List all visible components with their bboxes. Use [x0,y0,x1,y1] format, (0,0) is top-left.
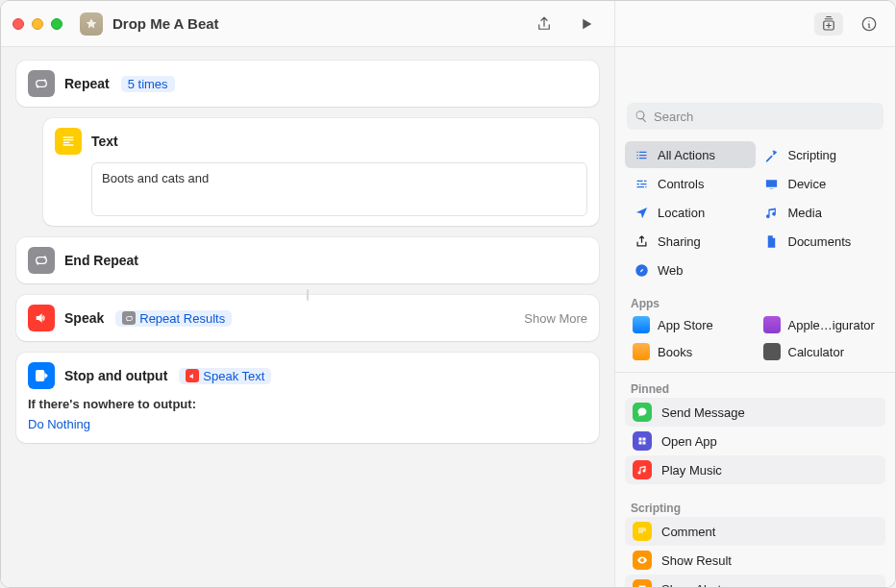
text-input-field[interactable]: Boots and cats and [91,162,587,216]
text-icon [633,522,652,541]
music-icon [763,204,781,221]
doc-icon [763,233,781,250]
repeat-mini-icon [122,311,136,325]
share-button[interactable] [532,12,557,37]
category-grid: All ActionsScriptingControlsDeviceLocati… [615,139,895,291]
category-label: Location [658,206,705,220]
app-label: Books [658,345,692,359]
token-label: Speak Text [203,369,264,383]
category-sharing[interactable]: Sharing [625,228,756,255]
minimize-button[interactable] [32,18,43,30]
search-placeholder: Search [654,110,693,124]
app-icon [633,316,650,333]
repeat-icon [28,247,55,274]
category-label: Sharing [658,234,701,249]
search-icon [635,110,648,123]
sliders-icon [633,175,650,192]
output-icon [28,362,55,389]
action-label: Show Result [661,553,732,568]
shortcut-app-icon [80,12,103,36]
action-title: End Repeat [64,253,138,268]
workflow-editor[interactable]: Repeat 5 times Text Boots and cats and [1,47,614,587]
wand-icon [763,146,781,163]
repeat-icon [28,70,55,97]
action-speak[interactable]: Speak Repeat Results Show More [16,295,599,341]
action-label: Play Music [661,463,722,478]
action-label: Open App [661,434,717,449]
category-label: Scripting [788,148,837,162]
app-icon [633,343,650,360]
library-toggle-button[interactable] [814,12,843,36]
action-item[interactable]: Show Result [625,546,885,575]
speak-variable-token[interactable]: Repeat Results [115,310,232,327]
fullscreen-button[interactable] [51,18,62,30]
fallback-question: If there's nowhere to output: [28,397,587,411]
list-icon [633,146,650,163]
safari-icon [633,261,650,279]
action-title: Repeat [64,76,110,91]
section-apps: Apps [615,291,895,312]
msg-icon [633,403,652,422]
app-item[interactable]: Apple…igurator [756,312,886,337]
pinned-list: Send MessageOpen AppPlay Music [615,398,895,496]
close-button[interactable] [12,18,24,30]
token-label: Repeat Results [139,311,225,326]
category-label: All Actions [658,148,715,162]
repeat-count-token[interactable]: 5 times [121,76,175,92]
action-end-repeat[interactable]: End Repeat [16,237,599,283]
scripting-list: CommentShow ResultShow AlertAsk for Inpu… [615,517,895,587]
library-toolbar [614,1,895,47]
action-library: Search All ActionsScriptingControlsDevic… [614,47,895,587]
run-button[interactable] [574,12,599,37]
category-label: Media [788,206,822,220]
category-controls[interactable]: Controls [625,170,756,197]
app-icon [633,431,652,451]
action-text[interactable]: Text Boots and cats and [43,118,599,226]
category-label: Device [788,177,827,191]
action-title: Text [91,134,118,149]
category-documents[interactable]: Documents [756,228,886,255]
app-label: App Store [658,318,713,332]
section-pinned: Pinned [615,377,895,398]
action-stop-output[interactable]: Stop and output Speak Text If there's no… [16,353,599,443]
app-item[interactable]: Calculator [756,339,886,364]
category-label: Controls [658,177,704,191]
action-item[interactable]: Play Music [625,455,885,484]
search-field[interactable]: Search [627,103,884,130]
action-label: Send Message [661,405,745,420]
action-label: Comment [661,525,715,539]
category-scripting[interactable]: Scripting [756,141,886,168]
action-title: Stop and output [64,368,167,383]
app-icon [763,316,781,333]
app-item[interactable]: App Store [625,312,756,337]
fallback-choice[interactable]: Do Nothing [28,415,90,433]
speaker-icon [28,305,55,331]
output-variable-token[interactable]: Speak Text [179,368,271,384]
category-location[interactable]: Location [625,199,756,226]
apps-grid: App StoreApple…iguratorBooksCalculator [615,312,895,368]
text-icon [55,128,82,155]
action-item[interactable]: Comment [625,517,885,546]
category-label: Documents [788,234,852,249]
category-media[interactable]: Media [756,199,886,226]
action-item[interactable]: Send Message [625,398,885,427]
divider [615,372,895,373]
document-title: Drop Me A Beat [112,15,219,32]
app-item[interactable]: Books [625,339,756,364]
app-label: Apple…igurator [788,318,875,332]
app-icon [763,343,781,360]
app-label: Calculator [788,345,845,359]
show-more-button[interactable]: Show More [524,311,587,326]
section-scripting: Scripting [615,496,895,517]
music-icon [633,460,652,479]
category-all-actions[interactable]: All Actions [625,141,756,168]
action-repeat[interactable]: Repeat 5 times [16,61,599,107]
category-device[interactable]: Device [756,170,886,197]
speaker-mini-icon [186,369,199,382]
category-web[interactable]: Web [625,257,756,283]
action-item[interactable]: Show Alert [625,575,885,587]
info-button[interactable] [857,12,882,37]
category-label: Web [658,263,684,278]
action-label: Show Alert [661,582,721,588]
action-item[interactable]: Open App [625,427,885,455]
